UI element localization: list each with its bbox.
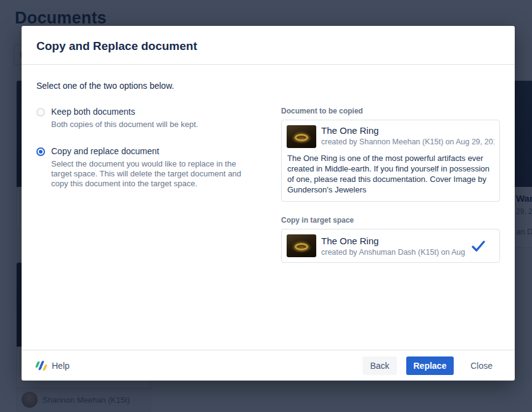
dialog-body: Select one of the two options below. Kee…: [22, 65, 515, 350]
option-description: Both copies of this document will be kep…: [51, 120, 198, 130]
document-meta: created by Shannon Meehan (K15t) on Aug …: [321, 138, 494, 146]
option-keep-both[interactable]: Keep both documents Both copies of this …: [36, 107, 266, 130]
document-description: The One Ring is one of the most powerful…: [287, 153, 494, 196]
source-document-card: The One Ring created by Shannon Meehan (…: [281, 120, 500, 202]
dialog-header: Copy and Replace document: [22, 26, 515, 65]
documents-panel: Document to be copied The One Ring creat…: [281, 107, 500, 263]
radio-selected-icon[interactable]: [36, 147, 45, 156]
document-thumbnail: [287, 234, 316, 257]
document-thumbnail: [287, 125, 316, 148]
dialog-title: Copy and Replace document: [36, 39, 500, 53]
selected-check-icon: [471, 239, 486, 253]
help-link[interactable]: Help: [36, 361, 70, 371]
close-button[interactable]: Close: [463, 356, 500, 375]
k15t-logo-icon: [36, 361, 46, 371]
target-section-label: Copy in target space: [281, 216, 500, 225]
target-document-card[interactable]: The One Ring created by Anshuman Dash (K…: [281, 229, 500, 263]
radio-unselected-icon[interactable]: [36, 108, 45, 117]
option-label: Copy and replace document: [51, 146, 255, 156]
help-label: Help: [52, 361, 70, 371]
option-copy-replace[interactable]: Copy and replace document Select the doc…: [36, 146, 266, 189]
back-button[interactable]: Back: [362, 356, 396, 375]
option-description: Select the document you would like to re…: [51, 159, 255, 189]
replace-button[interactable]: Replace: [406, 356, 454, 375]
copy-replace-dialog: Copy and Replace document Select one of …: [22, 26, 515, 381]
document-meta: created by Anshuman Dash (K15t) on Aug 2…: [321, 248, 466, 257]
options-group: Keep both documents Both copies of this …: [36, 107, 266, 263]
dialog-intro-text: Select one of the two options below.: [36, 81, 500, 91]
document-title: The One Ring: [321, 125, 494, 136]
document-title: The One Ring: [321, 236, 466, 246]
option-label: Keep both documents: [51, 107, 198, 117]
source-section-label: Document to be copied: [281, 107, 500, 115]
dialog-footer: Help Back Replace Close: [22, 350, 515, 381]
